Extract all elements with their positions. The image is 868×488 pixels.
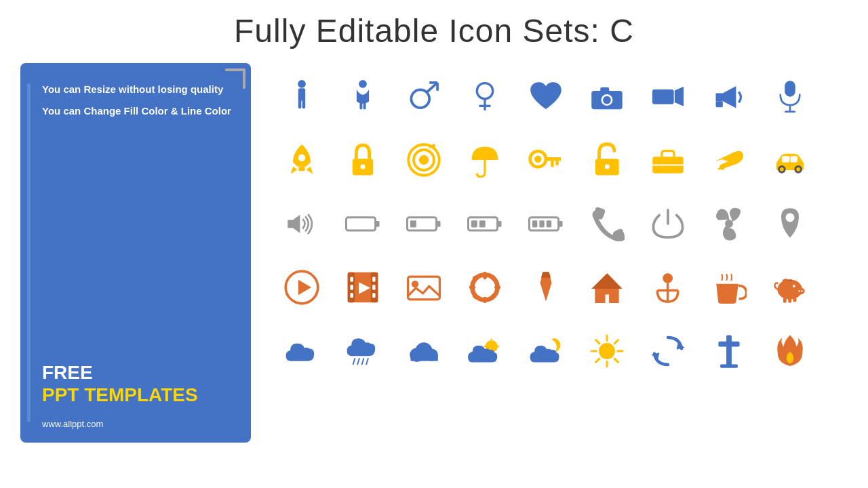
svg-rect-61 bbox=[471, 220, 477, 227]
svg-rect-136 bbox=[726, 336, 732, 367]
play-button-icon bbox=[271, 257, 332, 318]
svg-rect-68 bbox=[559, 221, 562, 227]
svg-rect-17 bbox=[600, 87, 609, 93]
sidebar-resize-text: You can Resize without losing quality bbox=[42, 82, 235, 97]
svg-rect-76 bbox=[350, 277, 353, 281]
sidebar-ppt-label: PPT TEMPLATES bbox=[42, 384, 235, 407]
svg-rect-5 bbox=[359, 101, 362, 110]
refresh-icon bbox=[637, 321, 698, 382]
svg-point-104 bbox=[799, 290, 800, 291]
svg-rect-79 bbox=[372, 277, 375, 281]
svg-line-112 bbox=[353, 359, 355, 364]
svg-point-34 bbox=[419, 155, 429, 165]
svg-point-106 bbox=[783, 279, 789, 283]
svg-point-40 bbox=[534, 156, 541, 163]
open-lock-icon bbox=[576, 129, 637, 190]
svg-line-131 bbox=[614, 359, 618, 362]
svg-point-31 bbox=[361, 165, 366, 169]
svg-rect-119 bbox=[411, 355, 438, 361]
svg-rect-48 bbox=[782, 156, 790, 162]
heart-icon bbox=[515, 66, 576, 127]
svg-marker-97 bbox=[591, 273, 622, 289]
svg-rect-66 bbox=[539, 220, 544, 227]
svg-rect-88 bbox=[484, 297, 486, 303]
battery-empty-icon bbox=[332, 193, 393, 254]
svg-line-115 bbox=[366, 359, 368, 364]
microphone-icon bbox=[760, 66, 821, 127]
icon-row-4 bbox=[271, 257, 848, 318]
cloud-icon bbox=[271, 321, 332, 382]
svg-rect-19 bbox=[652, 89, 674, 104]
sidebar-fill-text: You can Change Fill Color & Line Color bbox=[42, 104, 235, 119]
svg-point-84 bbox=[412, 281, 418, 287]
svg-rect-137 bbox=[718, 342, 739, 347]
man-icon bbox=[271, 66, 332, 127]
megaphone-icon bbox=[698, 66, 760, 127]
svg-rect-89 bbox=[469, 286, 475, 289]
briefcase-icon bbox=[637, 129, 698, 190]
svg-rect-59 bbox=[437, 221, 440, 227]
rain-cloud-icon bbox=[332, 321, 393, 382]
radiation-icon bbox=[698, 193, 760, 254]
svg-line-113 bbox=[357, 359, 359, 364]
svg-point-4 bbox=[359, 80, 367, 88]
svg-marker-72 bbox=[298, 280, 311, 295]
target-icon bbox=[393, 129, 454, 190]
video-camera-icon bbox=[637, 66, 698, 127]
svg-rect-62 bbox=[479, 220, 486, 227]
house-icon bbox=[576, 257, 637, 318]
speaker-icon bbox=[271, 193, 332, 254]
icon-row-1 bbox=[271, 66, 848, 127]
sidebar-corner-decoration bbox=[225, 68, 245, 89]
svg-rect-77 bbox=[350, 285, 353, 289]
cloudy-night-icon bbox=[515, 321, 576, 382]
svg-rect-55 bbox=[346, 218, 375, 230]
svg-rect-63 bbox=[498, 221, 501, 227]
svg-rect-80 bbox=[372, 285, 375, 289]
svg-point-53 bbox=[796, 167, 800, 171]
svg-point-51 bbox=[780, 167, 784, 171]
sidebar-free-label: FREE bbox=[42, 361, 235, 384]
cross-icon bbox=[698, 321, 760, 382]
svg-rect-49 bbox=[791, 156, 797, 162]
svg-rect-108 bbox=[787, 279, 792, 281]
airplane-icon bbox=[698, 129, 760, 190]
svg-rect-87 bbox=[484, 272, 486, 278]
svg-line-132 bbox=[614, 340, 618, 344]
svg-rect-41 bbox=[545, 157, 561, 161]
svg-rect-22 bbox=[716, 101, 723, 107]
dense-cloud-icon bbox=[393, 321, 454, 382]
svg-line-114 bbox=[362, 359, 364, 364]
lock-icon bbox=[332, 129, 393, 190]
svg-marker-28 bbox=[307, 167, 313, 174]
svg-point-70 bbox=[786, 213, 795, 222]
svg-point-7 bbox=[411, 89, 429, 108]
svg-rect-83 bbox=[408, 277, 440, 300]
rocket-icon bbox=[271, 129, 332, 190]
coffee-icon bbox=[698, 257, 760, 318]
svg-line-8 bbox=[427, 83, 437, 92]
svg-rect-1 bbox=[298, 88, 305, 100]
icon-row-5 bbox=[271, 321, 848, 382]
svg-rect-43 bbox=[551, 161, 554, 167]
svg-marker-54 bbox=[288, 215, 300, 233]
svg-point-95 bbox=[480, 283, 490, 293]
svg-rect-42 bbox=[555, 161, 559, 165]
svg-rect-65 bbox=[532, 220, 537, 227]
svg-rect-110 bbox=[788, 298, 791, 302]
svg-line-133 bbox=[596, 359, 599, 362]
svg-rect-18 bbox=[616, 92, 620, 96]
male-symbol-icon bbox=[393, 66, 454, 127]
tie-icon bbox=[515, 257, 576, 318]
svg-marker-20 bbox=[675, 87, 684, 106]
svg-point-26 bbox=[298, 155, 305, 161]
sidebar-line-decoration bbox=[27, 83, 31, 422]
main-content: You can Resize without losing quality Yo… bbox=[0, 63, 868, 443]
icon-row-2 bbox=[271, 129, 848, 190]
cloudy-sun-icon bbox=[454, 321, 515, 382]
svg-rect-109 bbox=[783, 298, 787, 302]
svg-point-105 bbox=[801, 290, 802, 291]
svg-point-11 bbox=[477, 83, 492, 99]
svg-rect-6 bbox=[363, 101, 366, 110]
svg-point-0 bbox=[298, 80, 306, 88]
